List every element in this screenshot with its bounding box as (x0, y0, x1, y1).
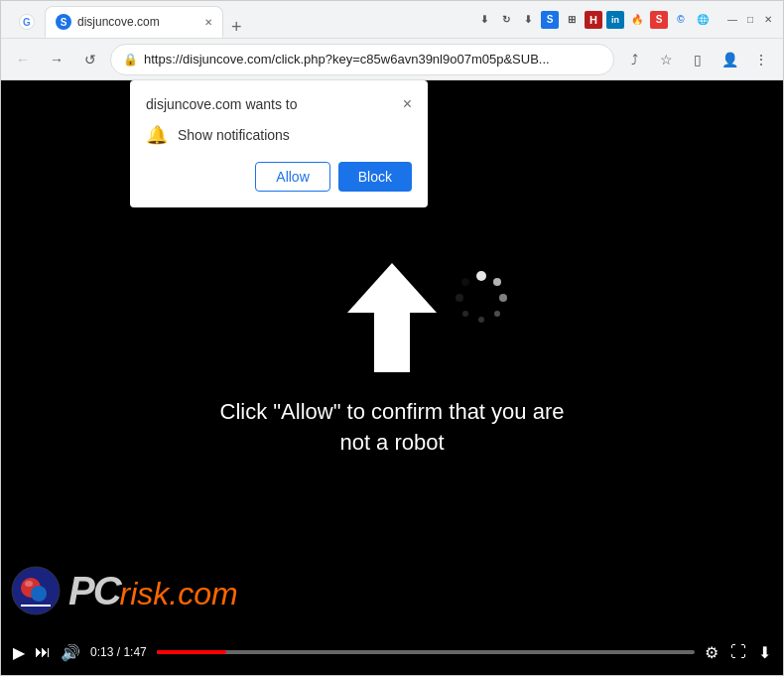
svg-point-11 (31, 586, 47, 602)
block-button[interactable]: Block (338, 162, 412, 192)
popup-notification-text: Show notifications (178, 127, 290, 143)
reload-button[interactable]: ↺ (76, 46, 104, 73)
svg-point-5 (478, 317, 484, 323)
svg-point-2 (493, 278, 501, 286)
tab-active[interactable]: S disjuncove.com ✕ (45, 6, 223, 38)
captcha-text: Click "Allow" to confirm that you are no… (203, 397, 581, 459)
svg-marker-0 (347, 263, 437, 372)
popup-buttons: Allow Block (146, 162, 412, 192)
ext-download-icon[interactable]: ⬇ (475, 11, 493, 29)
time-display: 0:13 / 1:47 (90, 645, 147, 659)
popup-title: disjuncove.com wants to (146, 96, 298, 112)
popup-header: disjuncove.com wants to × (146, 96, 412, 112)
toolbar-icons: ⤴ ☆ ▯ 👤 ⋮ (620, 46, 775, 73)
ext-c-icon[interactable]: © (672, 11, 690, 29)
progress-bar[interactable] (157, 650, 695, 654)
allow-button[interactable]: Allow (255, 162, 329, 192)
svg-point-1 (476, 271, 486, 281)
popup-close-button[interactable]: × (403, 96, 412, 112)
brand-text: PC risk.com (68, 569, 238, 613)
profile-icon[interactable]: 👤 (716, 46, 743, 73)
close-button[interactable]: ✕ (761, 13, 775, 27)
loading-spinner (452, 268, 501, 318)
window-controls: — □ ✕ (725, 13, 775, 27)
tab-bar: G S disjuncove.com ✕ + (9, 1, 469, 38)
svg-point-6 (462, 311, 468, 317)
play-button[interactable]: ▶ (13, 643, 25, 662)
ext-fire-icon[interactable]: 🔥 (628, 11, 646, 29)
settings-button[interactable]: ⚙ (705, 643, 719, 662)
title-bar: G S disjuncove.com ✕ + ⬇ ↻ ⬇ S ⊞ H in 🔥 … (1, 1, 783, 39)
download-button[interactable]: ⬇ (758, 643, 771, 662)
new-tab-button[interactable]: + (223, 17, 250, 38)
menu-icon[interactable]: ⋮ (747, 46, 775, 73)
share-icon[interactable]: ⤴ (620, 46, 648, 73)
tab-close-button[interactable]: ✕ (204, 17, 212, 28)
brand-watermark: PC risk.com (11, 566, 238, 615)
volume-button[interactable]: 🔊 (61, 643, 80, 662)
right-controls: ⚙ ⛶ ⬇ (705, 643, 771, 662)
lock-icon: 🔒 (123, 53, 138, 67)
ext-linkedin-icon[interactable]: in (606, 11, 624, 29)
fullscreen-button[interactable]: ⛶ (730, 643, 746, 661)
bookmark-icon[interactable]: ☆ (652, 46, 680, 73)
brand-pc-text: PC (68, 569, 120, 613)
brand-risk-text: risk.com (120, 576, 238, 612)
arrow-container (342, 258, 442, 377)
ext-s-icon[interactable]: S (541, 11, 559, 29)
ext-sync-icon[interactable]: ↻ (497, 11, 515, 29)
notification-popup: disjuncove.com wants to × 🔔 Show notific… (130, 80, 428, 207)
tab-title: disjuncove.com (77, 15, 160, 29)
tab-favicon-s: S (56, 14, 71, 30)
svg-point-13 (25, 581, 33, 587)
up-arrow-icon (342, 258, 442, 377)
svg-point-7 (456, 294, 463, 302)
split-view-icon[interactable]: ▯ (684, 46, 712, 73)
maximize-button[interactable]: □ (743, 13, 757, 27)
ext-h-icon[interactable]: H (585, 11, 602, 29)
video-controls: ▶ ⏭ 🔊 0:13 / 1:47 ⚙ ⛶ ⬇ (1, 629, 783, 675)
tab-favicon-google: G (19, 14, 35, 30)
progress-fill (157, 650, 226, 654)
skip-button[interactable]: ⏭ (35, 643, 51, 661)
forward-button[interactable]: → (43, 46, 70, 73)
ext-globe-icon[interactable]: 🌐 (694, 11, 712, 29)
svg-point-8 (461, 278, 469, 286)
address-bar[interactable]: 🔒 https://disjuncove.com/click.php?key=c… (110, 44, 614, 75)
svg-point-3 (499, 294, 507, 302)
back-button[interactable]: ← (9, 46, 37, 73)
ext-grid-icon[interactable]: ⊞ (563, 11, 581, 29)
minimize-button[interactable]: — (725, 13, 739, 27)
toolbar: ← → ↺ 🔒 https://disjuncove.com/click.php… (1, 39, 783, 80)
popup-notification-row: 🔔 Show notifications (146, 124, 412, 146)
video-page: disjuncove.com wants to × 🔔 Show notific… (1, 80, 783, 675)
page-content: disjuncove.com wants to × 🔔 Show notific… (1, 80, 783, 675)
browser-window: G S disjuncove.com ✕ + ⬇ ↻ ⬇ S ⊞ H in 🔥 … (0, 0, 784, 676)
brand-logo-icon (11, 566, 61, 615)
bell-icon: 🔔 (146, 124, 168, 146)
svg-point-4 (494, 311, 500, 317)
ext-s2-icon[interactable]: S (650, 11, 668, 29)
url-text: https://disjuncove.com/click.php?key=c85… (144, 52, 601, 67)
ext-download2-icon[interactable]: ⬇ (519, 11, 537, 29)
